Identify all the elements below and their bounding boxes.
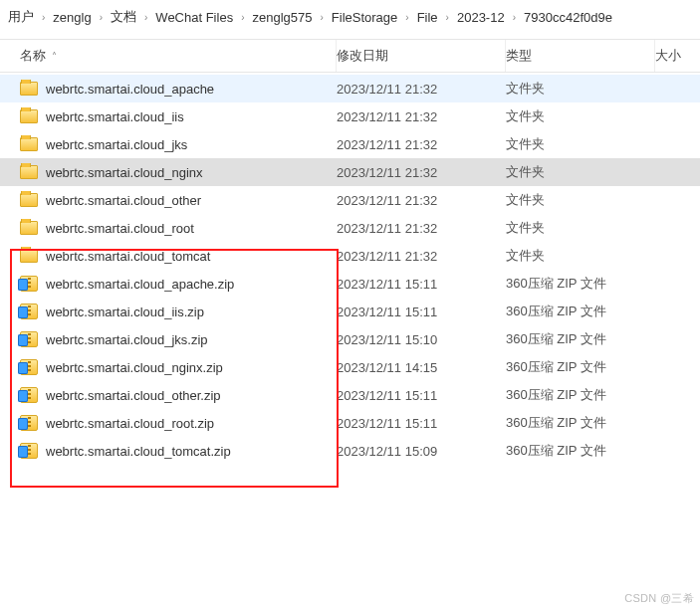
file-name-cell: webrtc.smartai.cloud_root [0,219,337,237]
breadcrumb-segment[interactable]: zenglg575 [248,8,316,27]
file-date-cell: 2023/12/11 21:32 [337,165,506,180]
column-header-size-label: 大小 [655,48,681,65]
chevron-right-icon: › [38,12,49,23]
file-type-cell: 360压缩 ZIP 文件 [506,414,655,432]
file-type-cell: 文件夹 [506,80,655,98]
file-name-cell: webrtc.smartai.cloud_tomcat [0,247,337,265]
folder-icon [20,219,38,237]
chevron-right-icon: › [316,12,327,23]
file-date-cell: 2023/12/11 15:11 [337,277,506,292]
file-date-cell: 2023/12/11 21:32 [337,221,506,236]
file-date-cell: 2023/12/11 21:32 [337,193,506,208]
file-name-cell: webrtc.smartai.cloud_tomcat.zip [0,442,337,460]
zip-archive-icon [20,358,38,376]
zip-archive-icon [20,303,38,320]
file-row[interactable]: webrtc.smartai.cloud_jks2023/12/11 21:32… [0,130,700,158]
file-type-cell: 360压缩 ZIP 文件 [506,442,655,460]
column-header-row: 名称 ˄ 修改日期 类型 大小 [0,39,700,73]
file-type-cell: 360压缩 ZIP 文件 [506,330,655,348]
watermark: CSDN @三希 [624,591,694,606]
file-name-cell: webrtc.smartai.cloud_apache.zip [0,275,337,293]
zip-archive-icon [20,414,38,432]
file-type-cell: 文件夹 [506,163,655,181]
sort-arrow-icon: ˄ [52,51,57,62]
file-type-cell: 360压缩 ZIP 文件 [506,358,655,376]
file-name-label: webrtc.smartai.cloud_tomcat [46,249,210,264]
file-type-cell: 文件夹 [506,191,655,209]
chevron-right-icon: › [509,12,520,23]
chevron-right-icon: › [237,12,248,23]
file-row[interactable]: webrtc.smartai.cloud_other.zip2023/12/11… [0,381,700,409]
breadcrumb-segment[interactable]: 7930cc42f0d9e [520,8,616,27]
chevron-right-icon: › [442,12,453,23]
breadcrumb-segment[interactable]: 用户 [4,6,38,28]
breadcrumb-segment[interactable]: 2023-12 [453,8,509,27]
file-row[interactable]: webrtc.smartai.cloud_apache.zip2023/12/1… [0,270,700,298]
file-name-label: webrtc.smartai.cloud_apache [46,82,214,97]
folder-icon [20,163,38,181]
file-row[interactable]: webrtc.smartai.cloud_apache2023/12/11 21… [0,75,700,102]
file-name-cell: webrtc.smartai.cloud_other.zip [0,386,337,404]
file-row[interactable]: webrtc.smartai.cloud_iis2023/12/11 21:32… [0,102,700,130]
file-name-cell: webrtc.smartai.cloud_nginx.zip [0,358,337,376]
folder-icon [20,247,38,265]
breadcrumb-segment[interactable]: zenglg [49,8,95,27]
chevron-right-icon: › [401,12,412,23]
file-date-cell: 2023/12/11 15:11 [337,416,506,431]
zip-archive-icon [20,275,38,293]
file-type-cell: 文件夹 [506,247,655,265]
breadcrumb-segment[interactable]: 文档 [107,6,140,28]
column-header-name-label: 名称 [20,48,46,65]
file-name-label: webrtc.smartai.cloud_jks.zip [46,332,208,347]
file-name-label: webrtc.smartai.cloud_iis [46,109,184,124]
column-header-name[interactable]: 名称 ˄ [0,40,337,72]
file-type-cell: 360压缩 ZIP 文件 [506,386,655,404]
column-header-type-label: 类型 [506,48,532,65]
file-name-cell: webrtc.smartai.cloud_other [0,191,337,209]
zip-archive-icon [20,330,38,348]
zip-archive-icon [20,442,38,460]
file-date-cell: 2023/12/11 21:32 [337,137,506,152]
column-header-type[interactable]: 类型 [506,40,655,72]
column-header-size[interactable]: 大小 [655,40,700,72]
folder-icon [20,107,38,125]
file-date-cell: 2023/12/11 15:11 [337,305,506,319]
file-type-cell: 文件夹 [506,107,655,125]
file-row[interactable]: webrtc.smartai.cloud_iis.zip2023/12/11 1… [0,298,700,325]
file-date-cell: 2023/12/11 21:32 [337,82,506,97]
zip-archive-icon [20,386,38,404]
file-row[interactable]: webrtc.smartai.cloud_nginx2023/12/11 21:… [0,158,700,186]
chevron-right-icon: › [140,12,151,23]
file-name-label: webrtc.smartai.cloud_nginx [46,165,203,180]
file-date-cell: 2023/12/11 15:09 [337,444,506,459]
breadcrumb-segment[interactable]: WeChat Files [151,8,237,27]
file-name-label: webrtc.smartai.cloud_root [46,221,194,236]
file-date-cell: 2023/12/11 15:11 [337,388,506,403]
breadcrumb[interactable]: 用户›zenglg›文档›WeChat Files›zenglg575›File… [0,0,700,39]
file-name-label: webrtc.smartai.cloud_other [46,193,201,208]
file-date-cell: 2023/12/11 21:32 [337,109,506,124]
column-header-date-label: 修改日期 [337,48,388,65]
file-row[interactable]: webrtc.smartai.cloud_root2023/12/11 21:3… [0,214,700,242]
file-type-cell: 文件夹 [506,219,655,237]
file-name-cell: webrtc.smartai.cloud_jks.zip [0,330,337,348]
file-list: webrtc.smartai.cloud_apache2023/12/11 21… [0,73,700,465]
file-row[interactable]: webrtc.smartai.cloud_nginx.zip2023/12/11… [0,353,700,381]
file-name-label: webrtc.smartai.cloud_iis.zip [46,305,204,319]
breadcrumb-segment[interactable]: FileStorage [328,8,401,27]
file-type-cell: 360压缩 ZIP 文件 [506,275,655,293]
file-type-cell: 文件夹 [506,135,655,153]
folder-icon [20,80,38,98]
file-name-cell: webrtc.smartai.cloud_iis.zip [0,303,337,320]
file-row[interactable]: webrtc.smartai.cloud_root.zip2023/12/11 … [0,409,700,437]
folder-icon [20,191,38,209]
file-row[interactable]: webrtc.smartai.cloud_jks.zip2023/12/11 1… [0,325,700,353]
file-name-label: webrtc.smartai.cloud_apache.zip [46,277,234,292]
file-row[interactable]: webrtc.smartai.cloud_tomcat2023/12/11 21… [0,242,700,270]
file-row[interactable]: webrtc.smartai.cloud_other2023/12/11 21:… [0,186,700,214]
file-row[interactable]: webrtc.smartai.cloud_tomcat.zip2023/12/1… [0,437,700,465]
breadcrumb-segment[interactable]: File [413,8,442,27]
file-name-label: webrtc.smartai.cloud_jks [46,137,187,152]
column-header-date[interactable]: 修改日期 [337,40,506,72]
file-name-label: webrtc.smartai.cloud_root.zip [46,416,214,431]
